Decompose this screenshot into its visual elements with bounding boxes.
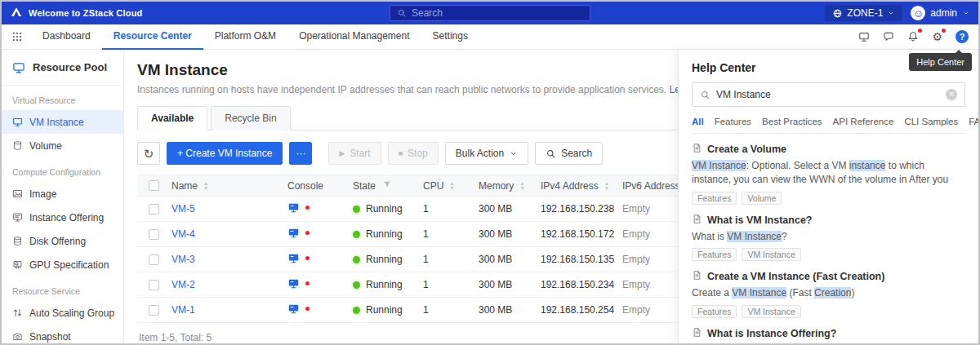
apps-grid-icon[interactable] [11,31,23,42]
vm-name-link[interactable]: VM-1 [172,304,195,316]
state-cell: Running [351,228,421,240]
help-search-input[interactable]: VM Instance ✕ [692,82,965,107]
more-actions-button[interactable]: ··· [289,142,312,165]
sidebar-item-label: Volume [29,140,62,152]
column-header-ipv4-address[interactable]: IPv4 Address▲▼ [539,180,621,192]
nav-item-dashboard[interactable]: Dashboard [31,24,102,50]
stop-button[interactable]: ■Stop [388,142,439,165]
result-tags: FeaturesVM Instance [692,248,965,261]
vm-name-link[interactable]: VM-4 [172,228,195,240]
clear-search-icon[interactable]: ✕ [946,89,957,100]
help-tab-features[interactable]: Features [715,117,751,126]
open-console-icon[interactable] [287,303,300,317]
name-cell: VM-4 [170,228,286,240]
help-result[interactable]: Create a VolumeVM Instance: Optional. Se… [692,143,965,205]
tab-recycle-bin[interactable]: Recycle Bin [211,106,290,130]
help-tab-all[interactable]: All [692,117,704,126]
memory-cell: 300 MB [477,203,539,215]
feedback-icon[interactable] [883,31,894,42]
search-button[interactable]: Search [535,142,603,165]
help-result[interactable]: What is Instance Offering?What is Instan… [692,327,965,343]
nav-item-platform-o-m[interactable]: Platform O&M [203,24,287,50]
sidebar-item-gpu-specification[interactable]: GPU Specification [2,253,123,276]
select-all-checkbox[interactable] [149,180,159,191]
state-cell: Running [351,279,421,290]
filter-icon[interactable] [382,179,392,192]
refresh-icon: ↻ [144,148,154,160]
open-console-icon[interactable] [287,277,300,292]
cpu-cell: 1 [421,254,477,265]
sidebar-item-snapshot[interactable]: Snapshot [2,325,123,345]
sort-icon[interactable]: ▲▼ [203,181,208,191]
sort-icon[interactable]: ▲▼ [519,181,524,191]
help-result[interactable]: Create a VM Instance (Fast Creation)Crea… [692,270,965,317]
open-console-icon[interactable] [287,227,300,241]
highlighted-text: VM Instance [732,287,786,299]
bulk-action-button[interactable]: Bulk Action [445,142,528,165]
refresh-button[interactable]: ↻ [137,142,160,165]
nav-item-resource-center[interactable]: Resource Center [102,24,203,50]
open-console-icon[interactable] [287,201,300,216]
nav-item-settings[interactable]: Settings [421,24,479,50]
help-tab-api-reference[interactable]: API Reference [833,117,894,126]
sort-icon[interactable]: ▲▼ [604,181,609,191]
vm-name-link[interactable]: VM-2 [172,279,195,290]
sidebar-item-auto-scaling-group[interactable]: Auto Scaling Group [2,301,123,325]
result-title[interactable]: What is Instance Offering? [692,327,965,340]
start-button[interactable]: ▶Start [328,142,381,165]
name-cell: VM-3 [170,254,286,265]
row-checkbox[interactable] [149,229,159,240]
resource-pool-header[interactable]: Resource Pool [2,50,123,86]
alert-badge [305,206,310,210]
sidebar-item-instance-offering[interactable]: Instance Offering [2,206,123,229]
open-console-icon[interactable] [287,252,300,267]
sidebar-item-volume[interactable]: Volume [2,134,123,157]
console-terminal-icon[interactable] [858,31,870,42]
column-header-cpu[interactable]: CPU▲▼ [421,180,477,192]
result-tags: FeaturesVolume [692,192,965,205]
user-menu[interactable]: ☺ admin [911,6,970,20]
column-label: State [353,180,376,192]
global-search-input[interactable]: Search [390,5,590,21]
result-title[interactable]: Create a Volume [692,143,965,156]
vm-name-link[interactable]: VM-5 [172,203,195,215]
result-tags: FeaturesVM Instance [692,305,965,318]
row-checkbox[interactable] [149,204,159,215]
ipv6-cell-value: Empty [622,203,650,215]
highlighted-text: instance [849,160,886,171]
cpu-cell: 1 [421,279,477,290]
row-checkbox[interactable] [149,305,159,316]
sidebar-item-vm-instance[interactable]: VM Instance [2,110,123,134]
column-header-name[interactable]: Name▲▼ [170,180,286,192]
stop-button-label: Stop [408,148,428,159]
vm-name-link[interactable]: VM-3 [172,254,195,265]
sort-icon[interactable]: ▲▼ [449,181,454,191]
create-vm-instance-button[interactable]: + Create VM Instance [167,142,283,165]
zone-selector[interactable]: ZONE-1 [825,5,902,21]
document-icon [692,143,702,156]
topbar: Welcome to ZStack Cloud Search ZONE-1 ☺ … [2,2,978,24]
help-tab-best-practices[interactable]: Best Practices [762,117,822,126]
tab-available[interactable]: Available [137,106,207,130]
result-title[interactable]: Create a VM Instance (Fast Creation) [692,270,965,283]
help-result[interactable]: What is VM Instance?What is VM Instance?… [692,214,965,261]
help-tab-cli-samples[interactable]: CLI Samples [904,117,958,126]
settings-gear-icon[interactable]: ⚙ [932,31,942,42]
result-snippet: VM Instance: Optional. Select a VM insta… [692,159,965,188]
result-title[interactable]: What is VM Instance? [692,214,965,227]
notifications-bell-icon[interactable] [907,31,919,42]
smiley-icon: ☺ [913,8,924,19]
result-title-text: Create a Volume [707,144,786,155]
question-mark-icon: ? [960,32,965,42]
help-tab-faq[interactable]: FAQ [969,117,978,126]
column-header-state[interactable]: State [351,179,421,192]
sidebar-item-disk-offering[interactable]: Disk Offering [2,229,123,253]
sidebar-item-image[interactable]: Image [2,182,123,206]
cpu-cell-value: 1 [423,304,429,316]
help-center-icon[interactable]: ? [956,30,969,43]
column-header-memory[interactable]: Memory▲▼ [477,180,539,192]
alert-badge [305,281,310,285]
row-checkbox[interactable] [149,280,159,290]
nav-item-operational-management[interactable]: Operational Management [287,24,421,50]
row-checkbox[interactable] [149,254,159,265]
